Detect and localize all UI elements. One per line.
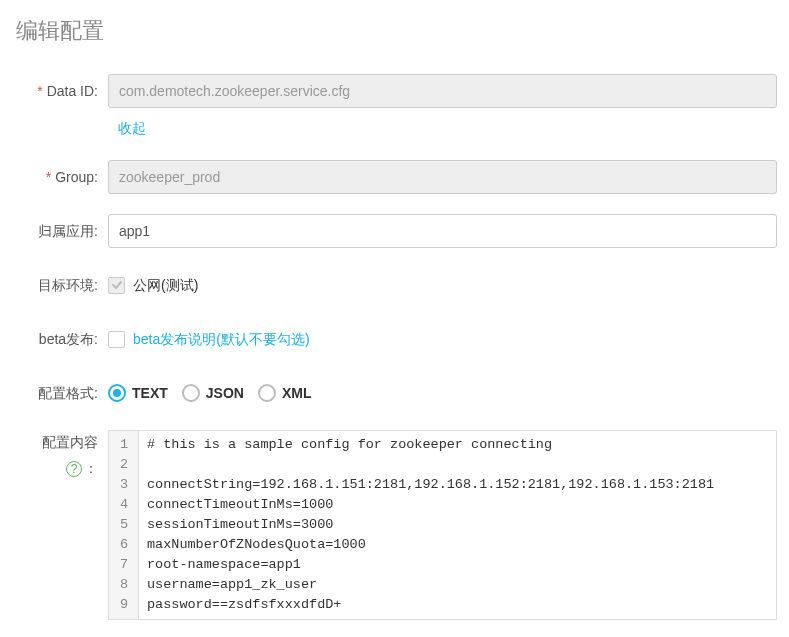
line-number: 5 <box>115 515 132 535</box>
row-group: *Group: <box>12 160 777 194</box>
target-env-checkbox <box>108 277 125 294</box>
code-line <box>147 455 768 475</box>
code-line: username=app1_zk_user <box>147 575 768 595</box>
required-marker: * <box>46 169 51 185</box>
collapse-link[interactable]: 收起 <box>118 120 146 136</box>
row-format: 配置格式: TEXTJSONXML <box>12 376 777 410</box>
code-line: root-namespace=app1 <box>147 555 768 575</box>
line-number: 6 <box>115 535 132 555</box>
row-target-env: 目标环境: 公网(测试) <box>12 268 777 302</box>
label-beta: beta发布: <box>12 322 108 356</box>
label-content: 配置内容 <box>12 434 98 452</box>
code-line: sessionTimeoutInMs=3000 <box>147 515 768 535</box>
line-number: 2 <box>115 455 132 475</box>
page-title: 编辑配置 <box>16 16 777 46</box>
label-app: 归属应用: <box>12 214 108 248</box>
label-group: *Group: <box>12 160 108 194</box>
content-colon: ： <box>84 460 98 478</box>
line-number: 1 <box>115 435 132 455</box>
format-radio-group: TEXTJSONXML <box>108 376 777 410</box>
radio-icon <box>258 384 276 402</box>
line-number: 7 <box>115 555 132 575</box>
editor-code-area[interactable]: # this is a sample config for zookeeper … <box>139 431 776 619</box>
code-line: connectTimeoutInMs=1000 <box>147 495 768 515</box>
code-line: connectString=192.168.1.151:2181,192.168… <box>147 475 768 495</box>
label-target-env: 目标环境: <box>12 268 108 302</box>
radio-icon <box>182 384 200 402</box>
radio-label: TEXT <box>132 376 168 410</box>
data-id-input <box>108 74 777 108</box>
code-line: # this is a sample config for zookeeper … <box>147 435 768 455</box>
radio-label: XML <box>282 376 312 410</box>
row-beta: beta发布: beta发布说明(默认不要勾选) <box>12 322 777 356</box>
editor-gutter: 123456789 <box>109 431 139 619</box>
line-number: 8 <box>115 575 132 595</box>
help-icon[interactable]: ? <box>66 461 82 477</box>
row-app: 归属应用: <box>12 214 777 248</box>
row-content: 配置内容 ? ： 123456789 # this is a sample co… <box>12 430 777 620</box>
line-number: 9 <box>115 595 132 615</box>
format-radio-text[interactable]: TEXT <box>108 376 168 410</box>
label-data-id: *Data ID: <box>12 74 108 108</box>
label-format: 配置格式: <box>12 376 108 410</box>
radio-icon <box>108 384 126 402</box>
beta-checkbox[interactable] <box>108 331 125 348</box>
check-icon <box>111 279 123 291</box>
row-data-id: *Data ID: <box>12 74 777 108</box>
radio-label: JSON <box>206 376 244 410</box>
beta-help-link[interactable]: beta发布说明(默认不要勾选) <box>133 322 310 356</box>
target-env-text: 公网(测试) <box>133 268 198 302</box>
group-input <box>108 160 777 194</box>
code-line: password==zsdfsfxxxdfdD+ <box>147 595 768 615</box>
required-marker: * <box>37 83 42 99</box>
line-number: 3 <box>115 475 132 495</box>
format-radio-xml[interactable]: XML <box>258 376 312 410</box>
code-line: maxNumberOfZNodesQuota=1000 <box>147 535 768 555</box>
app-input[interactable] <box>108 214 777 248</box>
format-radio-json[interactable]: JSON <box>182 376 244 410</box>
content-editor[interactable]: 123456789 # this is a sample config for … <box>108 430 777 620</box>
line-number: 4 <box>115 495 132 515</box>
